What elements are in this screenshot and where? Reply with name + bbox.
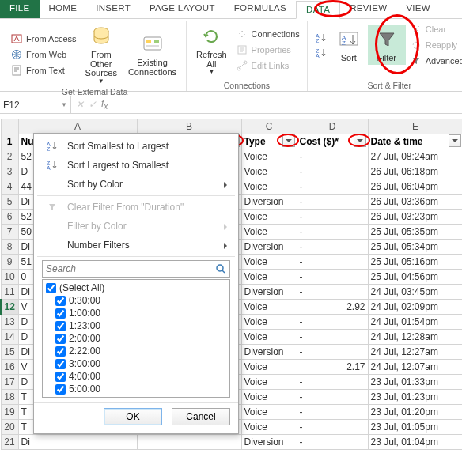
cell[interactable]: 26 Jul, 03:23pm	[368, 210, 462, 225]
row-header[interactable]: 3	[1, 164, 18, 179]
cell[interactable]: 24 Jul, 12:07am	[368, 360, 462, 375]
cell[interactable]: 23 Jul, 01:33pm	[368, 375, 462, 390]
row-header[interactable]: 21	[1, 435, 18, 450]
cell[interactable]: 24 Jul, 03:45pm	[368, 285, 462, 300]
cell[interactable]: 26 Jul, 06:04pm	[368, 179, 462, 195]
cell[interactable]: 27 Jul, 08:24am	[368, 149, 462, 164]
tab-insert[interactable]: INSERT	[86, 0, 140, 18]
checkbox[interactable]	[55, 372, 66, 382]
cell[interactable]: Voice	[241, 255, 297, 270]
cell[interactable]: Voice	[241, 330, 297, 345]
col-header[interactable]: A	[18, 119, 137, 134]
from-other-sources-button[interactable]: From Other Sources▼	[81, 22, 122, 86]
tab-page-layout[interactable]: PAGE LAYOUT	[140, 0, 225, 18]
checkbox[interactable]	[55, 384, 66, 395]
cell[interactable]: Voice	[241, 210, 297, 225]
tab-view[interactable]: VIEW	[396, 0, 440, 18]
row-header[interactable]: 17	[1, 375, 18, 390]
cell[interactable]: 24 Jul, 12:27am	[368, 345, 462, 360]
number-filters[interactable]: Number Filters	[34, 236, 238, 255]
tab-home[interactable]: HOME	[40, 0, 87, 18]
row-header[interactable]: 13	[1, 315, 18, 330]
checkbox[interactable]	[55, 397, 66, 399]
clear-filter-button[interactable]: Clear	[407, 22, 462, 36]
chevron-down-icon[interactable]: ▼	[61, 101, 67, 108]
cell[interactable]: 2.17	[297, 360, 368, 375]
sort-smallest-to-largest[interactable]: AZ Sort Smallest to Largest	[34, 137, 238, 156]
checkbox[interactable]	[55, 359, 66, 369]
cell[interactable]: Voice	[241, 390, 297, 405]
cancel-button[interactable]: Cancel	[172, 408, 230, 425]
cell[interactable]: -	[297, 270, 368, 285]
cell[interactable]: 2.92	[297, 300, 368, 315]
row-header[interactable]: 7	[1, 225, 18, 240]
edit-links-button[interactable]: Edit Links	[233, 59, 302, 73]
cell[interactable]: -	[297, 345, 368, 360]
row-header[interactable]: 18	[1, 390, 18, 405]
cell[interactable]: 25 Jul, 05:35pm	[368, 225, 462, 240]
filter-arrow-type[interactable]	[282, 134, 295, 147]
from-web-button[interactable]: From Web	[8, 47, 79, 62]
cell[interactable]: -	[297, 179, 368, 195]
cell[interactable]: -	[297, 420, 368, 435]
advanced-button[interactable]: Advanced	[407, 54, 462, 68]
tab-file[interactable]: FILE	[0, 0, 40, 18]
cell[interactable]: 24 Jul, 02:09pm	[368, 300, 462, 315]
cell[interactable]: Voice	[241, 164, 297, 179]
filter-option[interactable]: 5:00:00	[44, 383, 228, 395]
ok-button[interactable]: OK	[104, 408, 162, 425]
cancel-formula-icon[interactable]: ✕	[76, 99, 84, 110]
cell[interactable]: Di	[18, 435, 137, 450]
tab-data[interactable]: DATA	[296, 1, 340, 19]
cell[interactable]: -	[297, 405, 368, 420]
cell[interactable]: Voice	[241, 375, 297, 390]
row-header[interactable]: 11	[1, 285, 18, 300]
filter-option[interactable]: 4:00:00	[44, 370, 228, 383]
row-header[interactable]: 10	[1, 270, 18, 285]
select-all-cell[interactable]	[1, 119, 18, 134]
cell[interactable]	[137, 435, 241, 450]
checkbox[interactable]	[46, 283, 56, 293]
cell[interactable]: Diversion	[241, 435, 297, 450]
cell[interactable]: Voice	[241, 315, 297, 330]
cell[interactable]: -	[297, 435, 368, 450]
from-text-button[interactable]: From Text	[8, 63, 79, 77]
cell[interactable]: Diversion	[241, 240, 297, 255]
sort-button[interactable]: AZ Sort	[331, 25, 366, 65]
filter-search-input[interactable]	[46, 263, 215, 274]
cell[interactable]: 23 Jul, 01:05pm	[368, 420, 462, 435]
checkbox[interactable]	[55, 308, 66, 319]
cell[interactable]: 26 Jul, 06:18pm	[368, 164, 462, 179]
row-header[interactable]: 4	[1, 179, 18, 195]
filter-arrow-cost[interactable]	[354, 134, 366, 147]
row-header[interactable]: 14	[1, 330, 18, 345]
cell[interactable]: 25 Jul, 05:34pm	[368, 240, 462, 255]
cell[interactable]: 23 Jul, 01:23pm	[368, 390, 462, 405]
tab-review[interactable]: REVIEW	[340, 0, 396, 18]
filter-option[interactable]: 0:30:00	[44, 294, 228, 307]
cell[interactable]: Voice	[241, 300, 297, 315]
row-header[interactable]: 2	[1, 149, 18, 164]
row-header[interactable]: 15	[1, 345, 18, 360]
tab-formulas[interactable]: FORMULAS	[225, 0, 296, 18]
sort-by-color[interactable]: Sort by Color	[34, 175, 238, 194]
name-box[interactable]: F12 ▼	[0, 96, 71, 113]
cell[interactable]: 23 Jul, 01:04pm	[368, 435, 462, 450]
row-header[interactable]: 20	[1, 420, 18, 435]
row-header[interactable]: 12	[1, 300, 18, 315]
cell[interactable]: Voice	[241, 149, 297, 164]
from-access-button[interactable]: From Access	[8, 32, 79, 46]
cell[interactable]: Voice	[241, 225, 297, 240]
checkbox[interactable]	[55, 334, 66, 344]
cell[interactable]: -	[297, 375, 368, 390]
cell[interactable]: -	[297, 330, 368, 345]
cell[interactable]: -	[297, 225, 368, 240]
cell[interactable]: -	[297, 315, 368, 330]
filter-button[interactable]: Filter	[368, 25, 406, 65]
cell[interactable]: -	[297, 285, 368, 300]
cell[interactable]: Voice	[241, 270, 297, 285]
sort-largest-to-smallest[interactable]: ZA Sort Largest to Smallest	[34, 156, 238, 175]
row-header[interactable]: 5	[1, 195, 18, 210]
filter-values-list[interactable]: (Select All) 0:30:001:00:001:23:002:00:0…	[42, 279, 230, 398]
cell[interactable]: Voice	[241, 405, 297, 420]
